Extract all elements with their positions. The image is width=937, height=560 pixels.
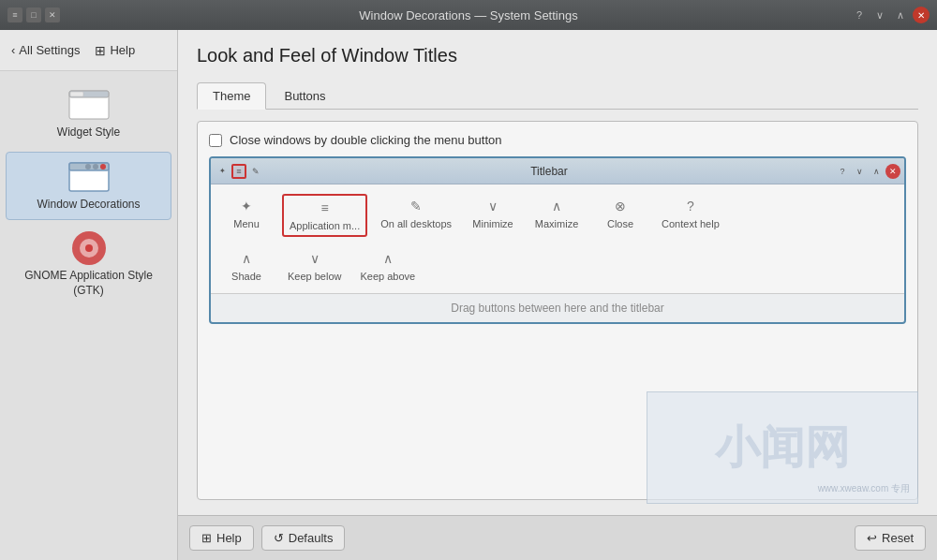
menu-icon[interactable]: ≡: [7, 7, 22, 22]
svg-point-6: [93, 164, 98, 169]
shade-deco-label: Shade: [231, 271, 261, 282]
close-double-click-checkbox[interactable]: [209, 134, 222, 147]
close-deco-label: Close: [607, 218, 633, 229]
reset-button-label: Reset: [882, 531, 914, 545]
sim-app-menu-btn[interactable]: ≡: [231, 164, 246, 179]
reset-button[interactable]: ↩ Reset: [855, 525, 926, 551]
page-title: Look and Feel of Window Titles: [197, 45, 918, 66]
maximize-window-btn[interactable]: ∧: [892, 7, 909, 23]
help-button-icon: ⊞: [201, 531, 212, 545]
maximize-deco-label: Maximize: [535, 218, 578, 229]
deco-btn-context-help[interactable]: ? Context help: [656, 194, 725, 233]
close-double-click-label: Close windows by double clicking the men…: [230, 133, 502, 147]
window-title: Window Decorations — System Settings: [359, 8, 577, 22]
help-label: Help: [110, 43, 135, 57]
gnome-style-label: GNOME Application Style (GTK): [9, 269, 168, 298]
keep-below-deco-label: Keep below: [288, 271, 342, 282]
help-button[interactable]: ⊞ Help: [189, 525, 254, 551]
deco-btn-keep-above[interactable]: ∧ Keep above: [355, 246, 422, 286]
deco-btn-minimize[interactable]: ∨ Minimize: [465, 194, 521, 233]
title-bar-controls: ? ∨ ∧ ✕: [851, 7, 930, 23]
drag-zone[interactable]: Drag buttons between here and the titleb…: [211, 293, 904, 322]
all-desktops-deco-label: On all desktops: [380, 218, 452, 229]
reset-button-icon: ↩: [867, 531, 877, 545]
deco-btn-all-desktops[interactable]: ✎ On all desktops: [375, 194, 457, 233]
maximize-deco-icon: ∧: [546, 198, 567, 214]
keep-above-deco-icon: ∧: [378, 250, 398, 267]
app-menu-deco-label: Application m...: [290, 220, 360, 231]
help-icon: ⊞: [95, 43, 106, 58]
svg-rect-2: [70, 92, 83, 96]
title-bar-icons: ≡ □ ✕: [7, 7, 60, 22]
bottom-toolbar: ⊞ Help ↺ Defaults ↩ Reset: [178, 515, 937, 560]
watermark-text: 小闻网: [715, 418, 850, 478]
view-icon[interactable]: □: [26, 7, 41, 22]
minimize-window-btn[interactable]: ∨: [871, 7, 888, 23]
close-deco-icon: ⊗: [610, 198, 631, 214]
deco-btn-app-menu[interactable]: ≡ Application m...: [282, 194, 367, 237]
back-label: All Settings: [19, 43, 80, 57]
bottom-deco-buttons: ∧ Shade ∨ Keep below ∧ Keep above: [211, 246, 904, 293]
defaults-button-icon: ↺: [274, 531, 284, 545]
back-icon: ‹: [11, 43, 15, 57]
top-bar: ‹ All Settings ⊞ Help: [0, 30, 177, 71]
checkbox-row: Close windows by double clicking the men…: [209, 133, 906, 147]
tab-theme[interactable]: Theme: [197, 82, 266, 110]
keep-below-deco-icon: ∨: [305, 250, 325, 267]
sim-left-menu-btn[interactable]: ✦: [215, 164, 230, 179]
context-help-deco-label: Context help: [662, 218, 720, 229]
tab-buttons[interactable]: Buttons: [268, 82, 341, 110]
sim-up-btn[interactable]: ∧: [869, 164, 884, 179]
widget-style-label: Widget Style: [57, 125, 120, 140]
sidebar: ‹ All Settings ⊞ Help Widget Style: [0, 30, 178, 560]
titlebar-simulation: ✦ ≡ ✎ Titlebar ? ∨ ∧ ✕: [209, 156, 906, 324]
keep-above-deco-label: Keep above: [361, 271, 416, 282]
watermark-sub: www.xweaw.com 专用: [818, 482, 910, 495]
shade-deco-icon: ∧: [236, 250, 257, 267]
sidebar-item-window-decorations[interactable]: Window Decorations: [6, 152, 171, 221]
help-window-btn[interactable]: ?: [851, 7, 868, 23]
titlebar-buttons-area: ✦ Menu ≡ Application m... ✎ On all deskt…: [211, 184, 904, 246]
main-layout: ‹ All Settings ⊞ Help Widget Style: [0, 30, 937, 560]
menu-deco-icon: ✦: [236, 198, 257, 214]
drag-zone-label: Drag buttons between here and the titleb…: [451, 302, 663, 315]
deco-btn-close[interactable]: ⊗ Close: [592, 194, 648, 233]
deco-btn-keep-below[interactable]: ∨ Keep below: [282, 246, 348, 286]
all-desktops-deco-icon: ✎: [406, 198, 426, 214]
help-button-label: Help: [216, 531, 242, 545]
sim-pencil-btn[interactable]: ✎: [248, 164, 263, 179]
minimize-deco-icon: ∨: [483, 198, 503, 214]
deco-btn-maximize[interactable]: ∧ Maximize: [528, 194, 585, 233]
svg-point-5: [100, 164, 106, 169]
svg-point-7: [85, 164, 91, 169]
minimize-deco-label: Minimize: [472, 218, 513, 229]
widget-style-icon: [67, 88, 112, 122]
sidebar-item-gnome-style[interactable]: GNOME Application Style (GTK): [6, 224, 171, 305]
app-menu-deco-icon: ≡: [315, 199, 335, 216]
preview-area: 小闻网 www.xweaw.com 专用: [647, 391, 918, 504]
window-decorations-label: Window Decorations: [37, 198, 140, 213]
pin-icon[interactable]: ✕: [45, 7, 60, 22]
titlebar-sim-title: Titlebar: [267, 165, 831, 178]
context-help-deco-icon: ?: [680, 198, 701, 214]
sim-down-btn[interactable]: ∨: [852, 164, 867, 179]
back-button[interactable]: ‹ All Settings: [11, 43, 80, 57]
sidebar-item-widget-style[interactable]: Widget Style: [6, 81, 171, 148]
titlebar-sim-bar: ✦ ≡ ✎ Titlebar ? ∨ ∧ ✕: [211, 158, 904, 184]
help-link[interactable]: ⊞ Help: [95, 43, 135, 58]
defaults-button-label: Defaults: [289, 531, 334, 545]
tabs: Theme Buttons: [197, 81, 918, 110]
deco-btn-shade[interactable]: ∧ Shade: [218, 246, 275, 286]
close-window-btn[interactable]: ✕: [913, 7, 930, 23]
svg-point-10: [85, 244, 93, 252]
sim-close-btn[interactable]: ✕: [885, 164, 900, 179]
sim-help-btn[interactable]: ?: [835, 164, 850, 179]
menu-deco-label: Menu: [233, 218, 260, 229]
gnome-style-icon: [67, 231, 112, 265]
sidebar-items: Widget Style Window Decorations: [0, 71, 177, 315]
defaults-button[interactable]: ↺ Defaults: [261, 525, 346, 551]
title-bar: ≡ □ ✕ Window Decorations — System Settin…: [0, 0, 937, 30]
window-decorations-icon: [67, 160, 112, 194]
deco-btn-menu[interactable]: ✦ Menu: [218, 194, 275, 233]
